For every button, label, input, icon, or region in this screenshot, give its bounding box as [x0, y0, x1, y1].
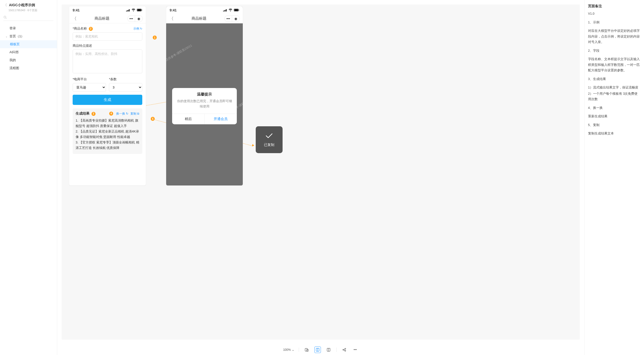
canvas-wrap: 9:41 〈 商品标题: [57, 0, 584, 355]
divider: [299, 348, 299, 352]
svg-rect-12: [226, 9, 227, 11]
canvas-inner: 9:41 〈 商品标题: [62, 4, 580, 340]
annotation-badge-5: 5: [151, 117, 155, 121]
tree-item-flowchart[interactable]: 流程图: [0, 64, 57, 72]
search-input[interactable]: [8, 16, 54, 19]
regenerate-action[interactable]: 换一换↻: [116, 112, 128, 116]
tree-item-login[interactable]: 登录: [0, 24, 57, 32]
tree-item-template[interactable]: 模板页: [0, 40, 57, 48]
notes-section-body: 对应在大模型平台中设定好的必填字段内容，点击示例，将设定好的内容对号入座。: [588, 28, 640, 45]
capsule-menu-icon[interactable]: •••: [224, 16, 232, 22]
tree-item-label: 流程图: [10, 66, 19, 70]
toast-text: 已复制: [264, 143, 274, 147]
annotation-arrowhead: [252, 144, 254, 147]
navbar: 〈 商品标题 ••• ◉: [166, 14, 243, 23]
annotation-badge-1: 1: [153, 35, 157, 39]
svg-line-25: [344, 349, 345, 349]
miniprogram-capsule[interactable]: ••• ◉: [224, 15, 240, 22]
tree-item-label: 模板页: [10, 42, 20, 46]
notes-section-body: 复制生成结果文本: [588, 131, 640, 136]
svg-rect-14: [234, 9, 238, 11]
notes-section-title: 4、换一换: [588, 105, 640, 111]
notes-section-line: 1）流式输出结果文字，保证流畅度: [588, 85, 640, 90]
nav-back-icon[interactable]: 〈: [169, 16, 174, 22]
tree-item-home[interactable]: ⌄首页（1）: [0, 32, 57, 40]
project-title: AIGC小程序示例: [9, 3, 35, 7]
capsule-menu-icon[interactable]: •••: [128, 16, 135, 22]
svg-line-1: [6, 18, 6, 19]
product-desc-input[interactable]: [73, 49, 142, 73]
example-link[interactable]: 示例↻: [133, 26, 142, 31]
back-icon[interactable]: 〈: [4, 3, 7, 7]
dialog-open-vip-button[interactable]: 开通会员: [205, 114, 237, 124]
tree-item-mine[interactable]: 我的: [0, 56, 57, 64]
svg-rect-15: [239, 10, 239, 11]
field-platform-label: 电商平台: [73, 77, 87, 81]
svg-rect-10: [224, 10, 225, 11]
tree-item-label: AI问答: [10, 50, 19, 54]
copy-icon: ⧉: [137, 112, 139, 115]
share-icon[interactable]: [341, 347, 348, 353]
notes-pane: 页面备注 V1.0 1、示例 对应在大模型平台中设定好的必填字段内容，点击示例，…: [584, 0, 644, 355]
annotation-badge-2: 2: [89, 27, 93, 31]
annotation-badge-4: 4: [109, 112, 113, 116]
svg-rect-16: [305, 348, 307, 351]
notes-section-line: 2）一个用户每个模板有 3次免费使用次数: [588, 91, 640, 102]
product-name-input[interactable]: [73, 32, 142, 40]
result-title: 生成结果: [76, 111, 90, 115]
capsule-close-icon[interactable]: ◉: [135, 16, 142, 22]
platform-select[interactable]: 亚马逊: [73, 83, 106, 92]
svg-rect-4: [128, 10, 129, 11]
result-card: 生成结果 3 4 换一换↻ 复制⧉ 1. 【高画质专业拍摄】索尼高清数码相机 旗…: [73, 108, 142, 154]
result-line: 1. 【高画质专业拍摄】索尼高清数码相机 旗舰型号 超强防抖 质量保证 超值入手: [76, 118, 139, 129]
nav-title: 商品标题: [192, 16, 206, 21]
svg-line-26: [344, 350, 345, 350]
notes-section-title: 1、示例: [588, 20, 640, 25]
navbar: 〈 商品标题 ••• ◉: [69, 14, 146, 23]
generate-button[interactable]: 生成: [73, 95, 142, 105]
field-desc-label: 商品特点描述: [73, 43, 92, 48]
battery-icon: [234, 8, 239, 12]
notes-heading: 页面备注: [588, 4, 640, 8]
result-line: 2. 【品质见证】索尼全新正品相机 超清4K录像 多功能智能对焦 坚固耐用 性能…: [76, 129, 139, 140]
result-body: 1. 【高画质专业拍摄】索尼高清数码相机 旗舰型号 超强防抖 质量保证 超值入手…: [76, 118, 139, 151]
capsule-close-icon[interactable]: ◉: [232, 16, 240, 22]
phone-mock-1: 9:41 〈 商品标题: [69, 6, 146, 185]
notes-section-body: 字段名称、文本框提示文字以及输入框类型和输入框字数范围，一对一匹配大模型平台设置…: [588, 56, 640, 73]
split-view-icon[interactable]: [325, 347, 332, 353]
miniprogram-capsule[interactable]: ••• ◉: [127, 15, 143, 22]
search-field[interactable]: [4, 15, 54, 21]
zoom-control[interactable]: 100% ⌄: [283, 348, 294, 352]
chevron-down-icon: ⌄: [292, 348, 294, 352]
more-icon[interactable]: •••: [352, 347, 358, 353]
wifi-icon: [228, 8, 232, 12]
svg-rect-9: [223, 11, 224, 11]
dialog-later-button[interactable]: 稍后: [172, 114, 205, 124]
svg-rect-7: [137, 9, 141, 11]
zoom-value: 100%: [283, 348, 291, 352]
copied-toast: 已复制: [256, 126, 282, 153]
chevron-down-icon: ⌄: [6, 35, 8, 38]
svg-rect-11: [225, 10, 226, 11]
page-tree: 登录 ⌄首页（1） 模板页 AI问答 我的 流程图: [0, 23, 57, 72]
copy-action[interactable]: 复制⧉: [130, 112, 139, 116]
svg-rect-17: [307, 349, 308, 351]
canvas[interactable]: 9:41 〈 商品标题: [57, 0, 584, 344]
count-select[interactable]: 3: [109, 83, 142, 92]
tree-item-label: 我的: [10, 58, 16, 62]
divider: [336, 348, 336, 352]
status-time: 9:41: [170, 8, 176, 12]
svg-point-0: [4, 16, 6, 18]
nav-back-icon[interactable]: 〈: [72, 16, 76, 22]
notes-section-title: 2、字段: [588, 48, 640, 54]
field-count-label: 条数: [109, 77, 117, 81]
wifi-icon: [132, 8, 135, 12]
statusbar: 9:41: [69, 6, 146, 14]
tree-item-ai-qa[interactable]: AI问答: [0, 48, 57, 56]
statusbar: 9:41: [166, 6, 243, 14]
device-frame-icon[interactable]: [304, 347, 310, 353]
single-view-icon[interactable]: [314, 347, 321, 353]
dialog-body: 你的使用次数已用完，开通会员即可继续使用: [172, 99, 237, 114]
svg-rect-3: [127, 10, 128, 11]
dim-body: 仅供参考-请联系15011 仅供参考-请联系15011 温馨提示 你的使用次数已…: [166, 23, 243, 185]
